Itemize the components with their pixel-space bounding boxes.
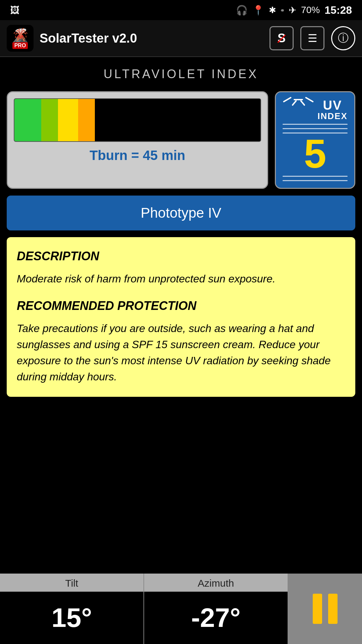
menu-icon: ☰ xyxy=(308,32,317,45)
uv-badge: UV INDEX 5 xyxy=(275,91,355,189)
status-bar: 🖼 🎧 📍 ✱ ▪ ✈ 70% 15:28 xyxy=(0,0,362,20)
bluetooth-icon: ✱ xyxy=(269,5,276,15)
uv-bar-container xyxy=(14,98,261,142)
sun-rays-icon xyxy=(283,99,314,104)
info-button[interactable]: ⓘ xyxy=(331,26,355,50)
header-icons: S ☰ ⓘ xyxy=(269,26,355,50)
uv-panel-row: Tburn = 45 min UV xyxy=(7,91,355,189)
app-icon: 🌋 PRO xyxy=(7,25,34,52)
pause-icon xyxy=(313,594,338,624)
pause-button[interactable] xyxy=(288,574,362,644)
tilt-label: Tilt xyxy=(0,574,143,592)
app-header: 🌋 PRO SolarTester v2.0 S ☰ ⓘ xyxy=(0,20,362,57)
phototype-button[interactable]: Phototype IV xyxy=(7,196,355,230)
bar-card: Tburn = 45 min xyxy=(7,91,268,189)
uv-bar-green xyxy=(14,99,41,141)
location-icon: 📍 xyxy=(252,5,264,16)
tilt-value: 15° xyxy=(0,592,143,644)
uv-bar-orange xyxy=(78,99,95,141)
s-cancel-button[interactable]: S xyxy=(269,26,294,50)
headphones-icon: 🎧 xyxy=(236,5,248,16)
app-title: SolarTester v2.0 xyxy=(40,31,269,46)
battery-label: 70% xyxy=(301,5,320,15)
azimuth-value: -27° xyxy=(144,592,288,644)
rec-body: Take precautions if you are outside, suc… xyxy=(17,320,345,385)
rec-heading: RECOMMENDED PROTECTION xyxy=(17,299,345,313)
section-title: ULTRAVIOLET INDEX xyxy=(7,67,355,81)
uv-scale-lines-bottom xyxy=(279,176,351,181)
airplane-icon: ✈ xyxy=(289,5,296,16)
uv-text-index: INDEX xyxy=(317,112,347,120)
photo-icon: 🖼 xyxy=(10,5,19,16)
uv-bar-lime xyxy=(41,99,58,141)
status-bar-right: 🎧 📍 ✱ ▪ ✈ 70% 15:28 xyxy=(236,4,352,16)
s-cancel-icon: S xyxy=(278,31,286,45)
description-body: Moderate risk of harm from unprotected s… xyxy=(17,271,345,287)
azimuth-reading: Azimuth -27° xyxy=(144,574,288,644)
sim-icon: ▪ xyxy=(281,5,284,15)
menu-button[interactable]: ☰ xyxy=(300,26,324,50)
status-bar-left: 🖼 xyxy=(10,5,19,16)
description-heading: DESCRIPTION xyxy=(17,249,345,263)
azimuth-label: Azimuth xyxy=(144,574,288,592)
uv-badge-header: UV INDEX xyxy=(283,99,347,120)
main-content: ULTRAVIOLET INDEX Tburn = 45 min xyxy=(0,57,362,397)
uv-text-uv: UV xyxy=(323,99,342,112)
time-label: 15:28 xyxy=(324,4,352,16)
info-icon: ⓘ xyxy=(338,31,349,46)
uv-label-block: UV INDEX xyxy=(317,99,347,120)
uv-value: 5 xyxy=(304,133,326,174)
description-card: DESCRIPTION Moderate risk of harm from u… xyxy=(7,237,355,397)
tburn-label: Tburn = 45 min xyxy=(14,148,261,163)
bottom-bar: Tilt 15° Azimuth -27° xyxy=(0,574,362,644)
uv-bar-black xyxy=(95,99,260,141)
uv-bar-yellow xyxy=(58,99,78,141)
tilt-reading: Tilt 15° xyxy=(0,574,144,644)
